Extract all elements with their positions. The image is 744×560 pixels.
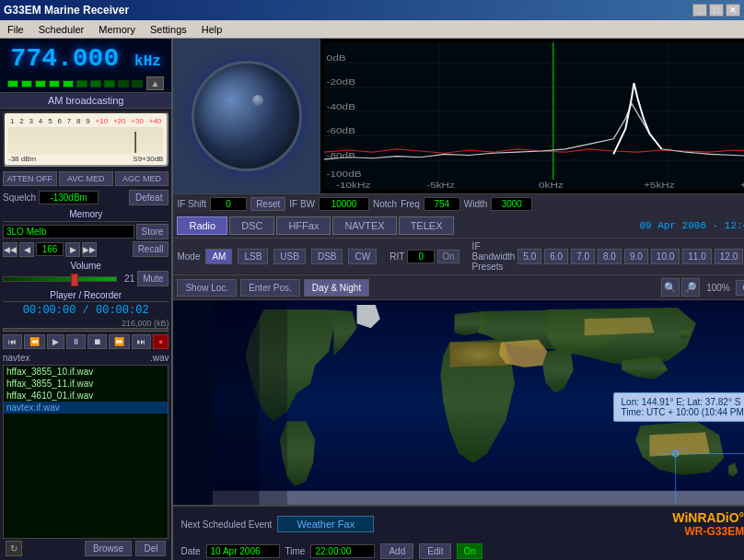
mode-lsb-button[interactable]: LSB	[238, 249, 268, 264]
tab-navtex[interactable]: NAVTEX	[332, 216, 396, 235]
bw-8-button[interactable]: 8.0	[598, 249, 622, 264]
menu-memory[interactable]: Memory	[95, 22, 139, 37]
memory-section: Memory Store ◀◀ ◀ 166 ▶ ▶▶ Recall	[0, 207, 171, 259]
record-button[interactable]: ●	[153, 334, 169, 349]
refresh-button[interactable]: ↻	[6, 541, 22, 556]
mode-row: Mode AM LSB USB DSB CW RIT On IF Bandwid…	[173, 239, 744, 275]
squelch-row: Squelch Defeat	[0, 188, 171, 207]
notch-freq-input[interactable]	[424, 197, 460, 211]
on-button[interactable]: On	[457, 543, 482, 559]
menu-scheduler[interactable]: Scheduler	[35, 22, 88, 37]
scheduled-label: Next Scheduled Event	[180, 519, 272, 530]
memory-name-input[interactable]	[3, 225, 134, 239]
bw-10-button[interactable]: 10.0	[651, 249, 680, 264]
rit-input[interactable]	[407, 250, 435, 263]
svg-text:0dB: 0dB	[327, 52, 346, 63]
mode-am-button[interactable]: AM	[205, 249, 232, 264]
bw-5-button[interactable]: 5.0	[517, 249, 541, 264]
mute-button[interactable]: Mute	[137, 271, 169, 286]
if-reset-button[interactable]: Reset	[250, 197, 285, 211]
close-button[interactable]: ✕	[726, 4, 740, 17]
zoom-in-button[interactable]: 🔎	[681, 278, 700, 297]
play-back-button[interactable]: ⏪	[24, 334, 45, 349]
mode-usb-button[interactable]: USB	[273, 249, 306, 264]
if-bw-input[interactable]	[319, 197, 369, 211]
map-tooltip: Lon: 144.91° E; Lat: 37.82° S Time: UTC …	[613, 392, 744, 422]
menu-bar: File Scheduler Memory Settings Help	[0, 20, 744, 39]
bw-7-button[interactable]: 7.0	[571, 249, 595, 264]
datetime-display: 09 Apr 2006 - 12:44:52	[639, 220, 744, 231]
mem-next-next-button[interactable]: ▶▶	[82, 242, 97, 257]
browse-button[interactable]: Browse	[85, 541, 132, 556]
play-skip-forward-button[interactable]: ⏭	[132, 334, 151, 349]
tab-hffax[interactable]: HFFax	[276, 216, 331, 235]
bw-6-button[interactable]: 6.0	[544, 249, 568, 264]
scheduled-event-box: Weather Fax	[277, 516, 374, 532]
gps-setup-button[interactable]: GPS Setup ▼	[736, 280, 744, 296]
tab-radio[interactable]: Radio	[177, 216, 227, 235]
play-forward-button[interactable]: ⏩	[109, 334, 130, 349]
scroll-up-button[interactable]: ▲	[146, 76, 165, 90]
edit-button[interactable]: Edit	[419, 543, 451, 559]
stop-button[interactable]: ⏹	[87, 334, 107, 349]
atten-off-button[interactable]: ATTEN OFF	[3, 171, 57, 186]
navtex-label: navtex	[3, 353, 29, 363]
if-shift-input[interactable]	[210, 197, 247, 211]
enter-pos-button[interactable]: Enter Pos.	[240, 279, 300, 297]
memory-number-display: 166	[36, 242, 64, 256]
volume-slider[interactable]	[3, 276, 117, 282]
list-item[interactable]: hffax_4610_01.if.wav	[4, 390, 168, 402]
play-button[interactable]: ▶	[47, 334, 64, 349]
agc-med-button[interactable]: AGC MED	[115, 171, 169, 186]
bw-12-button[interactable]: 12.0	[715, 249, 743, 264]
tuner-section	[173, 39, 320, 193]
day-night-button[interactable]: Day & Night	[304, 279, 369, 297]
winradio-text: WiNRADiO°	[672, 510, 744, 525]
if-row: IF Shift Reset IF BW Notch Freq Width	[173, 193, 744, 214]
list-item[interactable]: hffax_3855_10.if.wav	[4, 366, 168, 378]
volume-section: Volume 21 Mute	[0, 259, 171, 288]
date-input[interactable]	[206, 544, 280, 558]
maximize-button[interactable]: □	[709, 4, 724, 17]
defeat-button[interactable]: Defeat	[129, 190, 169, 205]
navtex-section: navtex .wav hffax_3855_10.if.wav hffax_3…	[0, 351, 171, 560]
menu-file[interactable]: File	[4, 22, 28, 37]
menu-settings[interactable]: Settings	[146, 22, 191, 37]
zoom-out-button[interactable]: 🔍	[661, 278, 680, 297]
play-skip-back-button[interactable]: ⏮	[3, 334, 22, 349]
squelch-label: Squelch	[3, 192, 36, 203]
mode-cw-button[interactable]: CW	[348, 249, 377, 264]
title-bar: G33EM Marine Receiver _ □ ✕	[0, 0, 744, 20]
bw-11-button[interactable]: 11.0	[682, 249, 711, 264]
bottom-bar: Next Scheduled Event Weather Fax WiNRADi…	[173, 505, 744, 560]
show-loc-button[interactable]: Show Loc.	[177, 279, 237, 297]
volume-thumb[interactable]	[71, 274, 78, 286]
recall-button[interactable]: Recall	[133, 241, 169, 257]
rit-section: RIT On	[389, 250, 459, 263]
squelch-input[interactable]	[39, 191, 99, 204]
delete-button[interactable]: Del	[135, 541, 166, 556]
mode-dsb-button[interactable]: DSB	[311, 249, 343, 264]
add-button[interactable]: Add	[380, 543, 413, 559]
time-input[interactable]	[310, 544, 375, 558]
list-item-selected[interactable]: navtex.if.wav	[4, 402, 168, 414]
mem-next-button[interactable]: ▶	[65, 242, 80, 257]
minimize-button[interactable]: _	[692, 4, 707, 17]
rit-on-button[interactable]: On	[437, 250, 459, 263]
navtex-row: navtex .wav	[3, 353, 169, 363]
tuner-knob[interactable]	[192, 61, 302, 171]
pause-button[interactable]: ⏸	[66, 334, 86, 349]
mem-prev-prev-button[interactable]: ◀◀	[3, 242, 17, 257]
bw-9-button[interactable]: 9.0	[624, 249, 648, 264]
svg-text:-80dB: -80dB	[327, 150, 355, 160]
avc-med-button[interactable]: AVC MED	[59, 171, 113, 186]
store-button[interactable]: Store	[136, 224, 169, 239]
notch-width-input[interactable]	[491, 197, 532, 211]
frequency-value: 774.000	[11, 44, 120, 73]
list-item[interactable]: hffax_3855_11.if.wav	[4, 378, 168, 390]
tab-dsc[interactable]: DSC	[229, 216, 274, 235]
tab-telex[interactable]: TELEX	[399, 216, 455, 235]
menu-help[interactable]: Help	[198, 22, 227, 37]
mem-prev-button[interactable]: ◀	[19, 242, 34, 257]
volume-value: 21	[120, 274, 134, 284]
